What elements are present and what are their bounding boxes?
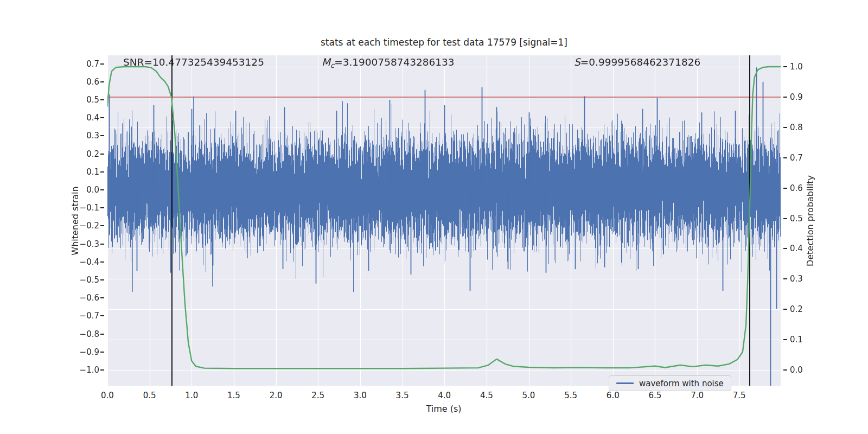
y-tick-label-right: 0.9	[790, 92, 817, 102]
x-tick-label: 3.5	[391, 391, 414, 400]
x-tick-label: 6.0	[601, 391, 625, 400]
y-tick-label-left: 0.4	[72, 113, 99, 123]
y-tick-mark-right	[783, 309, 787, 310]
x-tick-label: 5.0	[517, 391, 541, 400]
y-tick-mark-left	[100, 154, 104, 155]
y-tick-mark-right	[783, 369, 787, 371]
y-tick-mark-left	[100, 99, 104, 100]
y-tick-mark-left	[100, 225, 104, 226]
y-tick-label-right: 0.7	[790, 153, 817, 163]
y-tick-label-left: −0.5	[72, 275, 99, 285]
y-tick-mark-right	[783, 218, 787, 219]
legend-label: waveform with noise	[639, 379, 724, 388]
y-tick-label-right: 0.0	[790, 365, 817, 375]
y-tick-label-left: 0.6	[72, 77, 99, 87]
y-tick-mark-left	[100, 352, 104, 353]
y-tick-label-left: −0.8	[72, 329, 99, 339]
y-axis-right-label: Detection probability	[805, 175, 815, 266]
annotation-s-label: S	[574, 56, 580, 68]
annotation-snr: SNR=10.477325439453125	[123, 56, 264, 68]
y-tick-mark-right	[783, 66, 787, 67]
y-axis-left-label: Whitened strain	[70, 186, 80, 255]
y-tick-mark-right	[783, 157, 787, 158]
annotation-mc-value: =3.1900758743286133	[334, 56, 454, 68]
x-tick-label: 0.0	[95, 391, 119, 400]
y-tick-label-left: −0.6	[72, 293, 99, 303]
y-tick-mark-left	[100, 279, 104, 280]
legend: waveform with noise	[609, 375, 731, 391]
x-tick-label: 1.5	[222, 391, 246, 400]
y-tick-label-left: 0.2	[72, 149, 99, 159]
annotation-snr-label: SNR	[123, 56, 144, 68]
annotation-s-value: =0.9999568462371826	[580, 56, 700, 68]
x-tick-label: 2.0	[264, 391, 288, 400]
y-tick-label-right: 0.1	[790, 335, 817, 344]
y-tick-mark-left	[100, 261, 104, 263]
x-tick-label: 2.5	[306, 391, 330, 400]
y-tick-label-left: −0.9	[72, 347, 99, 357]
y-tick-label-left: 0.3	[72, 131, 99, 141]
y-tick-mark-left	[100, 189, 104, 190]
y-tick-label-left: 0.5	[72, 95, 99, 105]
x-tick-label: 7.0	[685, 391, 709, 400]
x-tick-label: 7.5	[727, 391, 751, 400]
y-tick-mark-left	[100, 297, 104, 298]
legend-line-sample	[616, 382, 634, 384]
y-tick-mark-right	[783, 188, 787, 189]
x-tick-label: 4.5	[475, 391, 499, 400]
figure: stats at each timestep for test data 175…	[0, 0, 868, 434]
y-tick-label-right: 0.2	[790, 304, 817, 314]
y-tick-mark-left	[100, 171, 104, 173]
annotation-s: S=0.9999568462371826	[574, 56, 700, 68]
y-tick-mark-left	[100, 315, 104, 316]
annotation-snr-value: =10.477325439453125	[144, 56, 264, 68]
y-tick-mark-left	[100, 117, 104, 118]
y-tick-label-left: −1.0	[72, 365, 99, 375]
y-tick-mark-left	[100, 207, 104, 208]
annotation-mc-label: M	[322, 56, 330, 68]
x-tick-label: 6.5	[643, 391, 667, 400]
y-tick-mark-right	[783, 127, 787, 128]
y-tick-mark-left	[100, 135, 104, 136]
y-tick-mark-right	[783, 97, 787, 98]
x-tick-label: 1.0	[180, 391, 203, 400]
plot-canvas	[107, 55, 781, 386]
y-tick-label-right: 0.3	[790, 274, 817, 284]
y-tick-mark-left	[100, 81, 104, 82]
x-tick-label: 4.0	[432, 391, 456, 400]
y-tick-mark-right	[783, 248, 787, 249]
y-tick-label-left: −0.7	[72, 311, 99, 321]
y-tick-mark-right	[783, 278, 787, 279]
y-tick-label-right: 1.0	[790, 62, 817, 72]
y-tick-mark-left	[100, 244, 104, 245]
y-tick-label-left: −0.4	[72, 257, 99, 267]
y-tick-label-right: 0.8	[790, 123, 817, 132]
y-tick-mark-left	[100, 334, 104, 335]
x-tick-label: 5.5	[559, 391, 583, 400]
x-axis-label: Time (s)	[426, 404, 461, 414]
y-tick-mark-left	[100, 369, 104, 371]
x-tick-label: 0.5	[138, 391, 162, 400]
y-tick-mark-left	[100, 63, 104, 65]
y-tick-label-left: 0.1	[72, 167, 99, 177]
chart-title: stats at each timestep for test data 175…	[107, 37, 781, 48]
annotation-mc: Mc=3.1900758743286133	[322, 56, 455, 69]
y-tick-mark-right	[783, 339, 787, 340]
x-tick-label: 3.0	[348, 391, 372, 400]
y-tick-label-left: 0.7	[72, 59, 99, 69]
